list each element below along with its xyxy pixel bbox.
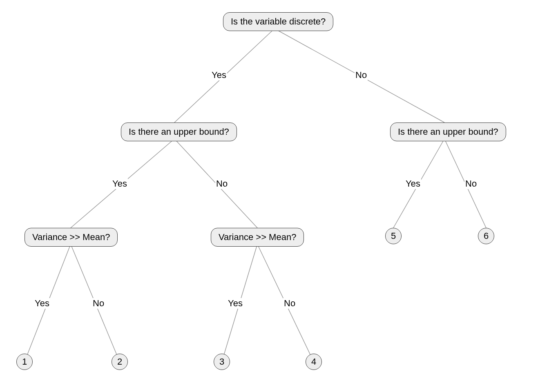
edge-label-yes: Yes [211, 70, 227, 80]
edge-label-yes: Yes [405, 178, 421, 189]
leaf-label: 5 [391, 231, 396, 241]
node-label: Variance >> Mean? [219, 232, 296, 242]
leaf-2: 2 [112, 354, 128, 370]
leaf-label: 4 [311, 356, 316, 367]
node-variable-discrete: Is the variable discrete? [223, 12, 333, 31]
node-label: Is the variable discrete? [231, 16, 326, 27]
leaf-4: 4 [306, 354, 322, 370]
leaf-6: 6 [478, 228, 494, 244]
leaf-label: 2 [117, 356, 122, 367]
node-variance-left: Variance >> Mean? [25, 228, 118, 247]
node-label: Variance >> Mean? [32, 232, 110, 242]
edge-label-no: No [355, 70, 368, 80]
edge-label-no: No [92, 298, 105, 309]
edge-label-no: No [464, 178, 478, 189]
leaf-1: 1 [16, 354, 33, 370]
edge-label-yes: Yes [112, 178, 128, 189]
edge-label-yes: Yes [227, 298, 243, 309]
leaf-label: 6 [484, 231, 489, 241]
node-label: Is there an upper bound? [129, 127, 229, 137]
node-variance-right: Variance >> Mean? [211, 228, 304, 247]
connector-lines [0, 0, 549, 392]
node-upper-bound-left: Is there an upper bound? [121, 122, 237, 141]
leaf-3: 3 [214, 354, 230, 370]
leaf-label: 1 [22, 356, 27, 367]
leaf-5: 5 [385, 228, 402, 244]
edge-label-no: No [215, 178, 228, 189]
node-upper-bound-right: Is there an upper bound? [390, 122, 506, 141]
node-label: Is there an upper bound? [398, 127, 498, 137]
edge-label-yes: Yes [34, 298, 50, 309]
leaf-label: 3 [219, 356, 224, 367]
edge-label-no: No [283, 298, 296, 309]
